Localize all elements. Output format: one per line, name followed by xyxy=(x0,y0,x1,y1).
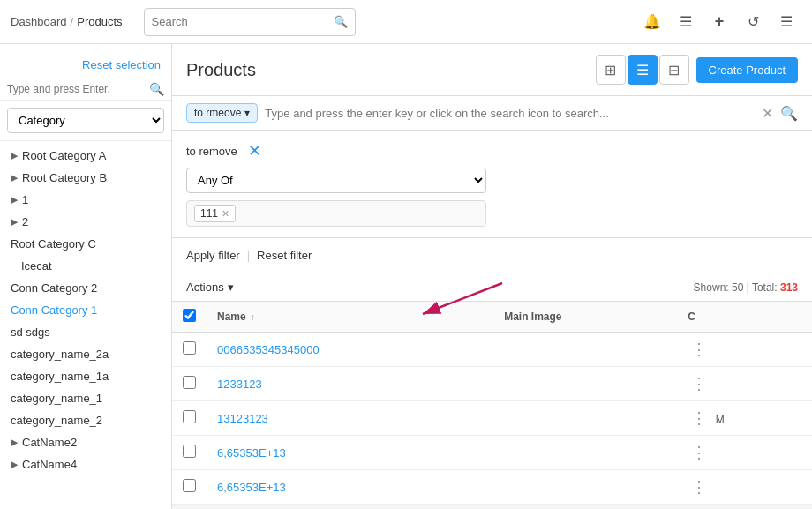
filter-bar: to rmeove ▾ ✕ 🔍 xyxy=(172,96,812,131)
main-layout: Reset selection 🔍 Category ▶ Root Catego… xyxy=(0,44,812,509)
filter-clear-icon[interactable]: ✕ xyxy=(762,105,773,122)
sidebar-search-bar: 🔍 xyxy=(0,79,171,101)
sidebar-search-input[interactable] xyxy=(7,83,149,95)
tree-label: 2 xyxy=(22,215,28,228)
add-icon-btn[interactable]: + xyxy=(704,7,734,37)
tree-item-icecat[interactable]: Icecat xyxy=(0,255,171,277)
tree-item-root-c[interactable]: Root Category C xyxy=(0,233,171,255)
list-icon-btn[interactable]: ☰ xyxy=(671,7,701,37)
header-search-box[interactable]: 🔍 xyxy=(144,8,356,36)
filter-close-btn[interactable]: ✕ xyxy=(248,141,261,161)
tree-item-catname4[interactable]: ▶ CatName4 xyxy=(0,453,171,475)
row-name-cell[interactable]: 0066535345345000 xyxy=(207,333,493,367)
tree-label: category_name_1a xyxy=(11,370,109,383)
notification-icon-btn[interactable]: 🔔 xyxy=(637,7,667,37)
name-sort-icon: ↑ xyxy=(251,312,255,322)
filter-value-remove-btn[interactable]: ✕ xyxy=(222,208,229,220)
reset-selection-btn[interactable]: Reset selection xyxy=(0,51,171,79)
history-icon-btn[interactable]: ↺ xyxy=(738,7,768,37)
row-name-cell[interactable]: 13123123 xyxy=(207,401,493,436)
row-menu-btn[interactable]: ⋮ xyxy=(688,443,710,462)
tree-item-sd-sdgs[interactable]: sd sdgs xyxy=(0,321,171,343)
shown-value: 50 xyxy=(732,281,743,294)
tree-arrow: ▶ xyxy=(11,437,18,448)
row-actions-cell: ⋮ xyxy=(677,436,812,470)
sidebar-search-icon[interactable]: 🔍 xyxy=(149,82,164,96)
header-search-icon[interactable]: 🔍 xyxy=(334,15,348,28)
tree-item-conn-cat-1[interactable]: Conn Category 1 xyxy=(0,299,171,321)
create-product-button[interactable]: Create Product xyxy=(696,57,798,83)
sidebar-category-dropdown[interactable]: Category xyxy=(0,101,171,141)
row-checkbox[interactable] xyxy=(183,341,196,355)
app-header: Dashboard / Products 🔍 🔔 ☰ + ↺ ☰ xyxy=(0,0,812,44)
table-header-main-image[interactable]: Main Image xyxy=(493,302,677,333)
table-header-name[interactable]: Name ↑ xyxy=(207,302,493,333)
row-checkbox[interactable] xyxy=(183,376,196,389)
tree-arrow: ▶ xyxy=(11,194,18,206)
breadcrumb-sep: / xyxy=(71,15,74,28)
row-checkbox-cell xyxy=(172,367,207,401)
sidebar-tree: ▶ Root Category A ▶ Root Category B ▶ 1 … xyxy=(0,141,171,479)
row-actions-cell: ⋮ xyxy=(677,333,812,367)
actions-dropdown-btn[interactable]: Actions ▾ xyxy=(186,281,234,294)
row-menu-btn[interactable]: ⋮ xyxy=(688,477,710,497)
filter-any-of-select[interactable]: Any Of xyxy=(186,168,486,193)
row-image-cell xyxy=(493,333,677,367)
menu-icon-btn[interactable]: ☰ xyxy=(771,7,801,37)
row-menu-btn[interactable]: ⋮ xyxy=(688,408,710,428)
view-grid-btn[interactable]: ⊞ xyxy=(596,55,626,85)
filter-search-input[interactable] xyxy=(265,107,755,120)
actions-arrow-icon: ▾ xyxy=(228,281,234,294)
row-actions-cell: ⋮ xyxy=(677,367,812,401)
apply-filter-button[interactable]: Apply filter xyxy=(186,245,240,266)
row-name-cell[interactable]: 1233123 xyxy=(207,367,493,401)
table-row: 13123123 ⋮ M xyxy=(172,401,812,436)
select-all-checkbox[interactable] xyxy=(183,309,196,322)
row-checkbox[interactable] xyxy=(183,479,196,492)
tree-label: CatName2 xyxy=(22,436,77,449)
category-select[interactable]: Category xyxy=(7,108,164,133)
tree-item-root-b[interactable]: ▶ Root Category B xyxy=(0,167,171,189)
shown-total-label: Shown: 50 | Total: 313 xyxy=(694,281,798,294)
tree-item-cat-name-1[interactable]: category_name_1 xyxy=(0,387,171,409)
tree-label: sd sdgs xyxy=(11,326,50,339)
row-actions-cell: ⋮ xyxy=(677,470,812,505)
row-checkbox-cell xyxy=(172,436,207,470)
row-checkbox[interactable] xyxy=(183,445,196,458)
filter-search-icon[interactable]: 🔍 xyxy=(780,105,798,122)
tree-item-cat-name-2a[interactable]: category_name_2a xyxy=(0,343,171,365)
row-menu-btn[interactable]: ⋮ xyxy=(688,374,710,393)
row-name-cell[interactable]: 6,65353E+13 xyxy=(207,470,493,505)
tree-item-catname2[interactable]: ▶ CatName2 xyxy=(0,431,171,453)
actions-label: Actions xyxy=(186,281,224,294)
row-name-cell[interactable]: 6,65353E+13 xyxy=(207,436,493,470)
tree-label: CatName4 xyxy=(22,458,77,471)
tree-label: Root Category C xyxy=(11,237,96,251)
header-search-input[interactable] xyxy=(152,15,334,28)
table-header-c: C xyxy=(677,302,812,333)
table-header-checkbox-col xyxy=(172,302,207,333)
view-compact-btn[interactable]: ⊟ xyxy=(659,55,689,85)
row-checkbox-cell xyxy=(172,333,207,367)
view-toggle-buttons: ⊞ ☰ ⊟ xyxy=(596,55,689,85)
breadcrumb-home[interactable]: Dashboard xyxy=(11,15,67,28)
tree-item-1[interactable]: ▶ 1 xyxy=(0,189,171,211)
view-list-btn[interactable]: ☰ xyxy=(628,55,658,85)
tree-item-root-a[interactable]: ▶ Root Category A xyxy=(0,145,171,167)
header-icons: 🔔 ☰ + ↺ ☰ xyxy=(637,7,801,37)
tree-item-conn-cat-2[interactable]: Conn Category 2 xyxy=(0,277,171,299)
row-image-cell xyxy=(493,470,677,505)
row-image-cell xyxy=(493,436,677,470)
reset-filter-button[interactable]: Reset filter xyxy=(257,245,312,266)
filter-tag[interactable]: to rmeove ▾ xyxy=(186,103,258,123)
row-checkbox[interactable] xyxy=(183,410,196,423)
tree-label: category_name_2a xyxy=(11,348,109,361)
tree-label: category_name_2 xyxy=(11,414,102,427)
table-row: 1233123 ⋮ xyxy=(172,367,812,401)
tree-item-cat-name-1a[interactable]: category_name_1a xyxy=(0,365,171,387)
row-menu-btn[interactable]: ⋮ xyxy=(688,340,710,359)
tree-item-cat-name-2[interactable]: category_name_2 xyxy=(0,409,171,431)
shown-label: Shown: xyxy=(694,281,729,294)
tree-label: Icecat xyxy=(21,259,52,273)
tree-item-2[interactable]: ▶ 2 xyxy=(0,211,171,233)
